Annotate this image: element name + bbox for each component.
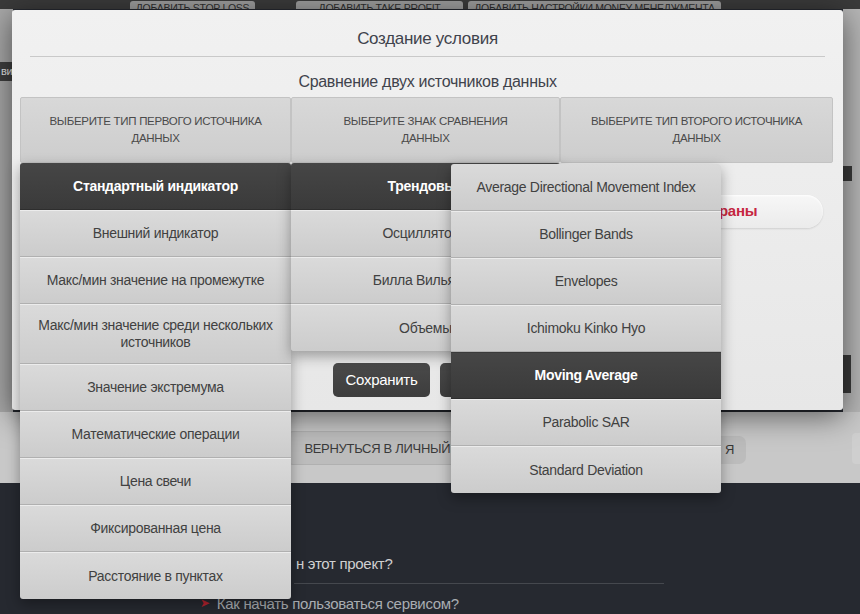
add-stop-loss-button[interactable]: ДОБАВИТЬ STOP LOSS — [130, 1, 255, 9]
modal-title: Создание условия — [12, 29, 843, 49]
first-source-menu: Стандартный индикаторВнешний индикаторМа… — [20, 163, 291, 599]
header-line: ВЫБЕРИТЕ ТИП ВТОРОГО ИСТОЧНИКА — [591, 113, 802, 130]
indicator-submenu: Average Directional Movement IndexBollin… — [451, 164, 721, 493]
menu-item[interactable]: Стандартный индикатор — [20, 163, 291, 210]
header-line: ВЫБЕРИТЕ ЗНАК СРАВНЕНИЯ — [343, 113, 507, 130]
add-take-profit-button[interactable]: ДОБАВИТЬ TAKE PROFIT — [296, 1, 463, 9]
menu-item[interactable]: Parabolic SAR — [451, 399, 721, 446]
menu-item[interactable]: Envelopes — [451, 258, 721, 305]
header-line: ДАННЫХ — [401, 130, 449, 147]
header-line: ВЫБЕРИТЕ ТИП ПЕРВОГО ИСТОЧНИКА — [49, 113, 261, 130]
faq-divider — [294, 583, 664, 584]
comparison-sign-dropdown-header[interactable]: ВЫБЕРИТЕ ЗНАК СРАВНЕНИЯ ДАННЫХ — [291, 97, 560, 163]
menu-item[interactable]: Bollinger Bands — [451, 211, 721, 258]
background-fragment — [842, 166, 852, 181]
add-money-management-button[interactable]: ДОБАВИТЬ НАСТРОЙКИ MONEY-МЕНЕДЖМЕНТА — [468, 1, 721, 9]
save-button[interactable]: Сохранить — [333, 363, 430, 397]
menu-item[interactable]: Moving Average — [451, 352, 721, 399]
page: ДОБАВИТЬ STOP LOSS ДОБАВИТЬ TAKE PROFIT … — [0, 0, 860, 614]
menu-item[interactable]: Значение экстремума — [20, 364, 291, 411]
menu-item[interactable]: Цена свечи — [20, 458, 291, 505]
modal-divider — [30, 56, 825, 57]
header-line: ДАННЫХ — [672, 130, 720, 147]
faq-question-fragment[interactable]: н этот проект? — [296, 555, 392, 572]
selected-status-fragment: раны — [719, 202, 757, 219]
modal-subtitle: Сравнение двух источников данных — [12, 73, 843, 91]
menu-item[interactable]: Расстояние в пунктах — [20, 552, 291, 599]
menu-item[interactable]: Ichimoku Kinko Hyo — [451, 305, 721, 352]
first-source-dropdown-header[interactable]: ВЫБЕРИТЕ ТИП ПЕРВОГО ИСТОЧНИКА ДАННЫХ — [20, 97, 291, 163]
menu-item[interactable]: Внешний индикатор — [20, 210, 291, 257]
header-line: ДАННЫХ — [131, 130, 179, 147]
menu-item[interactable]: Макс/мин значение на промежутке — [20, 257, 291, 304]
menu-item[interactable]: Математические операции — [20, 411, 291, 458]
menu-item[interactable]: Standard Deviation — [451, 446, 721, 493]
menu-item[interactable]: Макс/мин значение среди нескольких источ… — [20, 304, 291, 364]
top-toolbar: ДОБАВИТЬ STOP LOSS ДОБАВИТЬ TAKE PROFIT … — [0, 0, 860, 9]
background-fragment — [842, 355, 851, 393]
background-fragment — [852, 433, 860, 464]
menu-item[interactable]: Average Directional Movement Index — [451, 164, 721, 211]
menu-item[interactable]: Фиксированная цена — [20, 505, 291, 552]
second-source-dropdown-header[interactable]: ВЫБЕРИТЕ ТИП ВТОРОГО ИСТОЧНИКА ДАННЫХ — [560, 97, 833, 163]
